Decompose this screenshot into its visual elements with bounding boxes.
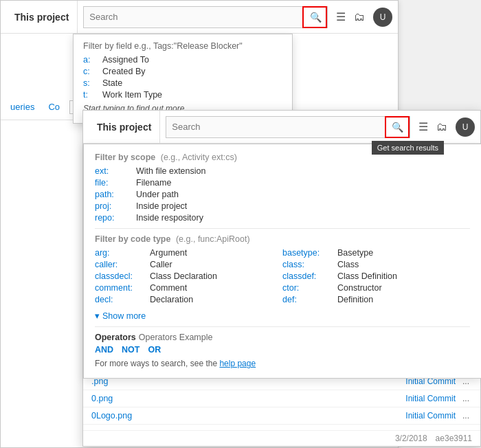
scope-key-repo[interactable]: repo:: [95, 213, 136, 223]
avatar[interactable]: U: [456, 117, 475, 137]
avatar[interactable]: U: [373, 8, 392, 27]
more-options-btn[interactable]: ...: [460, 394, 472, 403]
code-row-ctor: ctor: Constructor: [282, 283, 470, 293]
and-operator-btn[interactable]: AND: [95, 345, 113, 355]
table-row: 0.png Initial Commit ...: [83, 390, 480, 407]
filter-key-t[interactable]: t:: [83, 90, 102, 100]
code-row-arg: arg: Argument: [95, 248, 282, 258]
filter-value-a: Assigned To: [102, 55, 149, 65]
code-key-def[interactable]: def:: [282, 295, 337, 304]
help-row: For more ways to search, see the help pa…: [95, 359, 470, 368]
code-key-decl[interactable]: decl:: [95, 295, 150, 304]
front-search-button[interactable]: 🔍: [385, 116, 410, 138]
operator-btns: AND NOT OR: [95, 345, 470, 355]
filter-row-s: s: State: [83, 78, 282, 88]
back-search-input[interactable]: [84, 12, 302, 22]
scope-value-ext: With file extension: [136, 166, 205, 176]
date-label: 3/2/2018: [395, 434, 427, 443]
scope-key-path[interactable]: path:: [95, 190, 136, 199]
code-row-classdef: classdef: Class Definition: [282, 271, 470, 281]
filter-key-c[interactable]: c:: [83, 67, 102, 76]
scope-key-ext[interactable]: ext:: [95, 166, 136, 176]
operators-row: Operators Operators Example: [95, 333, 470, 342]
code-row-class: class: Class: [282, 260, 470, 269]
code-value-arg: Argument: [150, 248, 187, 258]
list-icon[interactable]: ☰: [336, 10, 346, 23]
commit-link[interactable]: Initial Commit: [405, 411, 456, 421]
filter-row-a: a: Assigned To: [83, 55, 282, 65]
briefcase-icon[interactable]: 🗂: [354, 11, 365, 23]
code-row-comment: comment: Comment: [95, 283, 282, 293]
operators-example: Operators Example: [139, 333, 213, 342]
more-options-btn[interactable]: ...: [460, 411, 472, 421]
commit-link[interactable]: Initial Commit: [405, 394, 456, 403]
search-icon: 🔍: [392, 122, 403, 133]
code-key-classdecl[interactable]: classdecl:: [95, 271, 150, 281]
briefcase-icon[interactable]: 🗂: [436, 121, 447, 133]
back-topbar: This project 🔍 ☰ 🗂 U: [1, 1, 398, 34]
scope-value-path: Under path: [136, 190, 179, 199]
scope-row-file: file: Filename: [95, 178, 470, 188]
not-operator-btn[interactable]: NOT: [122, 345, 139, 355]
filter-scope-title: Filter by scope (e.g., Activity ext:cs): [95, 153, 470, 162]
code-row-caller: caller: Caller: [95, 260, 282, 269]
show-more-btn[interactable]: ▾ Show more: [95, 311, 470, 321]
help-page-link[interactable]: help page: [219, 359, 256, 368]
table-row: 0Logo.png Initial Commit ...: [83, 407, 480, 425]
scope-row-proj: proj: Inside project: [95, 201, 470, 211]
file-commit: Initial Commit ...: [405, 394, 472, 403]
code-row-def: def: Definition: [282, 295, 470, 304]
code-value-classdef: Class Definition: [337, 271, 397, 281]
front-window: This project 🔍 Get search results ☰ 🗂 U …: [82, 110, 481, 447]
back-project-tab[interactable]: This project: [6, 1, 78, 34]
scope-row-repo: repo: Inside respository: [95, 213, 470, 223]
code-value-comment: Comment: [150, 283, 187, 293]
queries-nav-item[interactable]: ueries: [6, 102, 38, 112]
filter-row-t: t: Work Item Type: [83, 90, 282, 100]
file-name[interactable]: 0.png: [91, 394, 405, 403]
filter-value-c: Created By: [102, 67, 146, 76]
filter-value-t: Work Item Type: [102, 90, 162, 100]
scope-key-proj[interactable]: proj:: [95, 201, 136, 211]
code-value-caller: Caller: [150, 260, 172, 269]
front-topbar-icons: ☰ 🗂 U: [418, 117, 475, 137]
back-topbar-icons: ☰ 🗂 U: [336, 8, 392, 27]
filter-row-c: c: Created By: [83, 67, 282, 76]
co-nav-item[interactable]: Co: [44, 102, 64, 112]
code-key-classdef[interactable]: classdef:: [282, 271, 337, 281]
scope-row-path: path: Under path: [95, 190, 470, 199]
filter-key-s[interactable]: s:: [83, 78, 102, 88]
file-name[interactable]: 0Logo.png: [91, 411, 405, 421]
scope-key-file[interactable]: file:: [95, 178, 136, 188]
scope-value-file: Filename: [136, 178, 171, 188]
code-key-arg[interactable]: arg:: [95, 248, 150, 258]
scope-value-proj: Inside project: [136, 201, 187, 211]
file-commit: Initial Commit ...: [405, 411, 472, 421]
or-operator-btn[interactable]: OR: [148, 345, 161, 355]
code-key-caller[interactable]: caller:: [95, 260, 150, 269]
filter-field-title: Filter by field e.g., Tags:"Release Bloc…: [83, 41, 282, 51]
list-icon[interactable]: ☰: [418, 120, 428, 133]
code-value-class: Class: [337, 260, 359, 269]
code-key-ctor[interactable]: ctor:: [282, 283, 337, 293]
chevron-down-icon: ▾: [95, 311, 100, 321]
front-project-tab[interactable]: This project: [89, 111, 160, 144]
divider: [95, 228, 470, 229]
code-value-ctor: Constructor: [337, 283, 382, 293]
back-search-box: 🔍: [83, 6, 328, 28]
front-search-input[interactable]: [166, 122, 385, 132]
search-btn-wrapper: 🔍 Get search results: [385, 116, 410, 138]
code-value-def: Definition: [337, 295, 373, 304]
code-key-basetype[interactable]: basetype:: [282, 248, 337, 258]
operators-label: Operators: [95, 333, 136, 342]
bottom-info-row: 3/2/2018 ae3e3911: [83, 430, 480, 446]
code-row-decl: decl: Declaration: [95, 295, 282, 304]
back-search-button[interactable]: 🔍: [302, 6, 327, 28]
scope-value-repo: Inside respository: [136, 213, 203, 223]
code-row-classdecl: classdecl: Class Declaration: [95, 271, 282, 281]
filter-key-a[interactable]: a:: [83, 55, 102, 65]
code-key-comment[interactable]: comment:: [95, 283, 150, 293]
hash-label: ae3e3911: [436, 434, 472, 443]
filter-code-title: Filter by code type (e.g., func:ApiRoot): [95, 234, 470, 244]
code-key-class[interactable]: class:: [282, 260, 337, 269]
